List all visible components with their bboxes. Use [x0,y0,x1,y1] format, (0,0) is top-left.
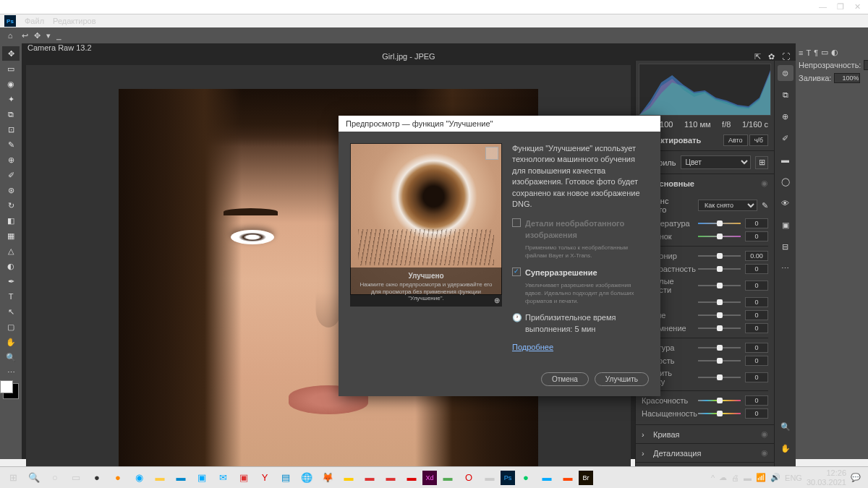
cortana-icon[interactable]: ○ [45,468,65,487]
marquee-tool-icon[interactable]: ▭ [2,61,20,76]
hand-tool-icon[interactable]: ✋ [2,335,20,349]
xd-icon[interactable]: Xd [422,471,437,485]
heal-tool-icon[interactable]: ⊕ [2,153,20,167]
super-resolution-checkbox[interactable] [512,267,521,276]
histogram[interactable] [639,64,771,116]
maximize-button[interactable]: ❐ [837,2,844,12]
app-1-icon[interactable]: ● [87,468,107,487]
preview-zoom-icon[interactable]: ⊕ [494,296,500,304]
local-brush-icon[interactable]: ✐ [778,130,793,146]
tray-lang[interactable]: ENG [785,474,802,482]
contrast-slider[interactable] [698,268,741,270]
menu-edit[interactable]: Редактиров [53,17,95,25]
tray-wifi-icon[interactable]: 📶 [756,473,766,482]
app-3-icon[interactable]: ▬ [171,468,191,487]
mail-icon[interactable]: ✉ [213,468,233,487]
stamp-tool-icon[interactable]: ⊛ [2,183,20,197]
whatsapp-icon[interactable]: ● [516,468,536,487]
notepad-icon[interactable]: ▤ [276,468,296,487]
app-9-icon[interactable]: ▬ [537,468,557,487]
blur-tool-icon[interactable]: △ [2,244,20,258]
eraser-tool-icon[interactable]: ◧ [2,213,20,228]
app-10-icon[interactable]: ▬ [558,468,578,487]
zoom-tool-icon[interactable]: 🔍 [2,350,20,364]
eyedropper-icon[interactable]: ✎ [762,201,768,210]
gradient-tool-icon[interactable]: ▦ [2,228,20,243]
app-2-icon[interactable]: ● [108,468,128,487]
dialog-cancel-button[interactable]: Отмена [541,372,589,386]
dehaze-slider[interactable] [698,377,741,378]
shadows-slider[interactable] [698,301,741,303]
home-icon[interactable]: ⌂ [4,30,16,41]
explorer-icon[interactable]: ▬ [150,468,170,487]
temperature-slider[interactable] [698,223,741,224]
gradient-filter-icon[interactable]: ▬ [778,152,793,168]
frame-tool-icon[interactable]: ⊡ [2,122,20,137]
color-swatch[interactable] [3,383,19,399]
more-icon[interactable]: ⋯ [778,260,793,276]
close-button[interactable]: ✕ [854,2,861,12]
learn-more-link[interactable]: Подробнее [512,342,649,353]
zoom-tool-icon[interactable]: 🔍 [778,419,793,435]
yandex-icon[interactable]: Y [255,468,275,487]
sticky-icon[interactable]: ▬ [339,468,359,487]
highlights-slider[interactable] [698,285,741,286]
clarity-slider[interactable] [698,360,741,361]
exposure-slider[interactable] [698,255,741,257]
tool-preset-icon[interactable]: ✥ [34,31,41,40]
photoshop-taskbar-icon[interactable]: Ps [501,471,515,485]
app-5-icon[interactable]: ▬ [359,468,380,487]
style-icon[interactable]: ◐ [831,48,838,57]
fill-input[interactable] [834,73,860,83]
start-button[interactable]: ⊞ [3,468,23,487]
tray-cloud-icon[interactable]: ☁ [719,473,727,482]
pen-tool-icon[interactable]: ✒ [2,274,20,288]
edit-tool-icon[interactable]: ⊜ [778,65,793,81]
tint-slider[interactable] [698,236,741,237]
menu-file[interactable]: Файл [25,17,44,25]
tray-printer-icon[interactable]: 🖨 [731,474,739,482]
saturation-slider[interactable] [698,413,741,414]
heal-tool-icon[interactable]: ⊕ [778,108,793,124]
dodge-tool-icon[interactable]: ◐ [2,259,20,273]
lasso-tool-icon[interactable]: ◉ [2,77,20,91]
redeye-tool-icon[interactable]: 👁 [778,195,793,211]
tray-volume-icon[interactable]: 🔊 [770,473,780,482]
preview-toggle-icon[interactable] [485,147,498,160]
store-icon[interactable]: ▣ [192,468,212,487]
bridge-icon[interactable]: Br [579,471,593,485]
paragraph-icon[interactable]: ¶ [814,48,818,57]
chrome-icon[interactable]: 🌐 [297,468,317,487]
edit-toolbar-icon[interactable]: ⋯ [2,365,20,380]
path-tool-icon[interactable]: ↖ [2,304,20,319]
crop-tool-icon[interactable]: ⧉ [2,107,20,121]
opera-icon[interactable]: O [459,468,479,487]
taskview-icon[interactable]: ▭ [66,468,86,487]
export-icon[interactable]: ⇱ [754,52,761,61]
preset-icon[interactable]: ⊟ [778,239,793,254]
calendar-icon[interactable]: ▣ [234,468,254,487]
edge-icon[interactable]: ◉ [129,468,149,487]
profile-browse-icon[interactable]: ⊞ [755,156,768,169]
undo-arrow-icon[interactable]: ↩ [22,31,28,40]
blacks-slider[interactable] [698,328,741,329]
type-tool-icon[interactable]: T [2,289,20,304]
vibrance-slider[interactable] [698,400,741,401]
tray-battery-icon[interactable]: ▬ [744,474,752,482]
shape-tool-icon[interactable]: ▢ [2,320,20,334]
crop-tool-icon[interactable]: ⧉ [778,87,793,103]
pdf-icon[interactable]: ▬ [401,468,422,487]
radial-filter-icon[interactable]: ◯ [778,174,793,189]
firefox-icon[interactable]: 🦊 [318,468,338,487]
dialog-enhance-button[interactable]: Улучшить [595,372,649,386]
wand-tool-icon[interactable]: ✦ [2,92,20,106]
opacity-input[interactable] [864,60,868,70]
app-7-icon[interactable]: ▬ [438,468,458,487]
hand-tool-icon[interactable]: ✋ [778,440,793,456]
blend-icon[interactable]: ▭ [821,48,828,57]
whites-slider[interactable] [698,314,741,316]
minimize-button[interactable]: — [819,2,827,12]
type-panel-icon[interactable]: T [806,48,811,57]
wb-select[interactable]: Как снято [698,200,757,211]
tray-notifications-icon[interactable]: 💬 [851,473,861,482]
